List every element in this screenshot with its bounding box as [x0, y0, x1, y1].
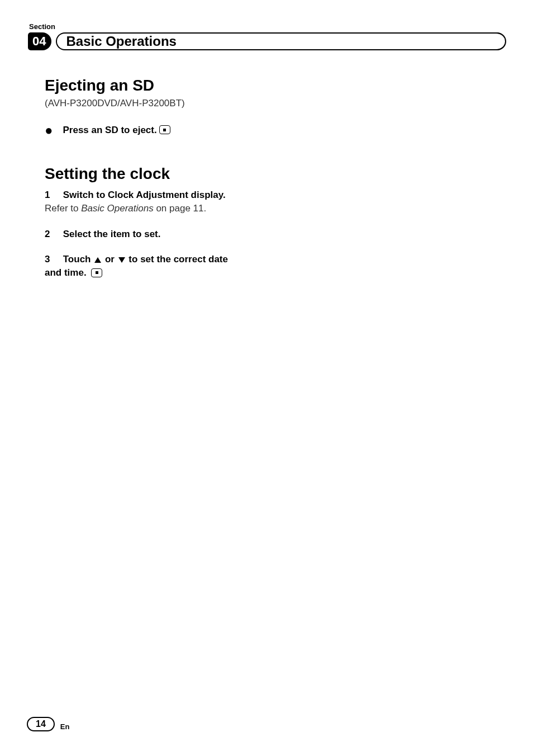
step-3-prefix: Touch [63, 254, 93, 264]
header-title-box: Basic Operations [56, 32, 505, 50]
triangle-up-icon [94, 257, 101, 263]
page-number-badge: 14 [27, 717, 55, 731]
heading-setting-clock: Setting the clock [45, 165, 248, 183]
header-title: Basic Operations [66, 34, 176, 49]
heading-ejecting-sd: Ejecting an SD [45, 77, 248, 94]
refer-suffix: on page 11. [154, 203, 207, 214]
step-1-number: 1 [45, 188, 60, 202]
section-number-badge: 04 [28, 32, 51, 50]
model-subtitle: (AVH-P3200DVD/AVH-P3200BT) [45, 98, 248, 109]
header-bar: 04 Basic Operations [28, 32, 505, 51]
step-3-suffix: to set the correct date [126, 254, 228, 264]
step-3-number: 3 [45, 253, 60, 266]
refer-prefix: Refer to [45, 203, 81, 214]
step-3-line1: 3 Touch or to set the correct date [45, 253, 248, 266]
step-1-reference: Refer to Basic Operations on page 11. [45, 202, 248, 215]
language-label: En [60, 722, 70, 731]
step-2-text: Select the item to set. [63, 229, 161, 239]
step-2: 2 Select the item to set. [45, 228, 248, 241]
step-3-line2-text: and time. [45, 267, 87, 278]
eject-instruction-text: Press an SD to eject. [63, 125, 157, 136]
triangle-down-icon [118, 257, 125, 263]
step-1: 1 Switch to Clock Adjustment display. [45, 188, 248, 202]
bullet-icon: ● [45, 124, 53, 137]
end-of-section-icon [91, 268, 102, 277]
step-1-text: Switch to Clock Adjustment display. [63, 190, 226, 200]
step-3-line2: and time. [45, 266, 248, 280]
step-3-mid: or [102, 254, 117, 264]
step-2-number: 2 [45, 228, 60, 241]
eject-instruction-line: ● Press an SD to eject. [45, 124, 248, 137]
refer-italic: Basic Operations [81, 203, 153, 214]
footer: 14 En [27, 717, 69, 731]
end-of-section-icon [159, 125, 170, 134]
section-label: Section [29, 22, 505, 31]
